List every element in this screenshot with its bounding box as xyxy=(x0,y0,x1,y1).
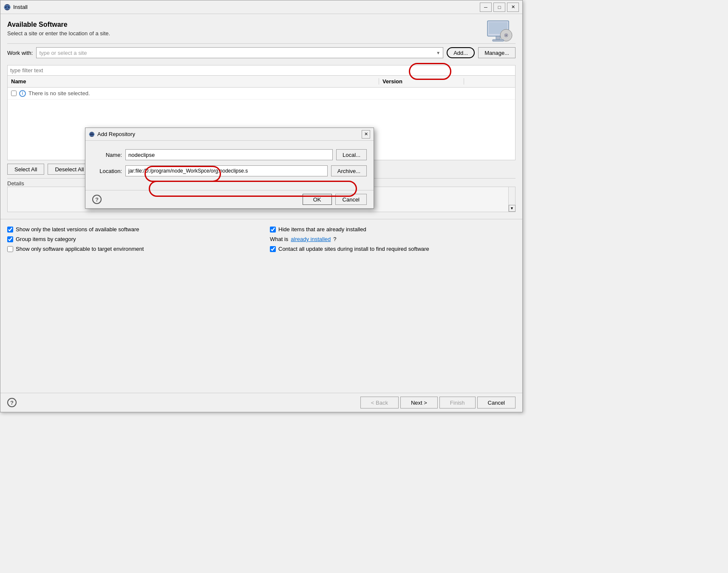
eclipse-icon xyxy=(4,4,11,11)
checkbox-show-latest[interactable] xyxy=(7,227,13,233)
option-already-installed: What is already installed ? xyxy=(270,236,516,242)
option-group-by-label: Group items by category xyxy=(16,236,76,242)
option-contact-update-label: Contact all update sites during install … xyxy=(278,246,429,252)
svg-rect-8 xyxy=(496,36,500,40)
close-button[interactable]: ✕ xyxy=(507,3,519,12)
work-with-row: Work with: type or select a site ▼ Add..… xyxy=(7,43,516,62)
dialog-bottom-bar: ? OK Cancel xyxy=(85,190,374,208)
option-show-applicable-label: Show only software applicable to target … xyxy=(16,246,144,252)
scroll-down-icon[interactable]: ▼ xyxy=(509,205,516,212)
option-hide-installed-label: Hide items that are already installed xyxy=(278,226,366,233)
finish-button[interactable]: Finish xyxy=(439,397,476,408)
dialog-name-input[interactable] xyxy=(125,149,333,160)
svg-point-10 xyxy=(89,132,94,137)
title-bar: Install ─ □ ✕ xyxy=(0,0,522,14)
manage-button[interactable]: Manage... xyxy=(478,47,516,58)
window-title: Install xyxy=(13,4,28,10)
option-show-latest: Show only the latest versions of availab… xyxy=(7,226,253,233)
dialog-close-button[interactable]: ✕ xyxy=(362,130,370,139)
chevron-down-icon: ▼ xyxy=(436,51,440,55)
dialog-location-label: Location: xyxy=(92,168,122,174)
maximize-button[interactable]: □ xyxy=(493,3,505,12)
dialog-location-input[interactable] xyxy=(125,165,328,176)
no-site-message: There is no site selected. xyxy=(28,90,90,96)
info-icon: i xyxy=(19,90,26,97)
svg-rect-9 xyxy=(493,40,504,41)
col-version-header: Version xyxy=(379,78,464,85)
combo-value: type or select a site xyxy=(39,50,87,56)
dialog-location-row: Location: Archive... xyxy=(92,165,367,176)
checkbox-hide-installed[interactable] xyxy=(270,227,276,233)
work-with-label: Work with: xyxy=(7,50,33,56)
option-hide-installed: Hide items that are already installed xyxy=(270,226,516,233)
add-repository-dialog: Add Repository ✕ Name: Local... Location… xyxy=(85,128,374,209)
computer-icon-area xyxy=(484,17,514,48)
dialog-title-bar: Add Repository ✕ xyxy=(85,128,374,141)
dialog-title: Add Repository xyxy=(97,131,135,137)
dialog-eclipse-icon xyxy=(89,131,95,137)
filter-input[interactable] xyxy=(7,65,516,75)
archive-button[interactable]: Archive... xyxy=(331,165,367,176)
dialog-content: Name: Local... Location: Archive... xyxy=(85,141,374,190)
svg-point-7 xyxy=(506,35,507,36)
question-mark-label: ? xyxy=(333,236,336,242)
select-all-button[interactable]: Select All xyxy=(7,164,44,175)
title-bar-left: Install xyxy=(4,4,28,11)
details-label: Details xyxy=(7,180,24,187)
cancel-button[interactable]: Cancel xyxy=(477,397,516,408)
dialog-cancel-button[interactable]: Cancel xyxy=(335,194,367,205)
minimize-button[interactable]: ─ xyxy=(480,3,492,12)
option-group-by-category: Group items by category xyxy=(7,236,253,242)
header-section: Available Software Select a site or ente… xyxy=(7,21,516,37)
computer-icon xyxy=(484,17,514,47)
checkbox-group-by-category[interactable] xyxy=(7,236,13,242)
table-header: Name Version xyxy=(8,76,515,88)
dialog-title-left: Add Repository xyxy=(89,131,135,137)
option-show-applicable: Show only software applicable to target … xyxy=(7,246,253,252)
row-checkbox[interactable] xyxy=(11,91,17,96)
dialog-name-label: Name: xyxy=(92,152,122,158)
local-button[interactable]: Local... xyxy=(336,149,367,160)
add-button[interactable]: Add... xyxy=(447,47,475,58)
svg-point-2 xyxy=(6,6,8,8)
table-row: i There is no site selected. xyxy=(8,88,515,99)
title-bar-controls: ─ □ ✕ xyxy=(480,3,519,12)
dialog-help-icon[interactable]: ? xyxy=(92,195,102,204)
back-button[interactable]: < Back xyxy=(360,397,399,408)
dialog-ok-button[interactable]: OK xyxy=(303,194,332,205)
option-show-latest-label: Show only the latest versions of availab… xyxy=(16,226,139,233)
nav-buttons-row: ? < Back Next > Finish Cancel xyxy=(0,393,522,412)
work-with-combo[interactable]: type or select a site ▼ xyxy=(36,47,443,58)
checkbox-show-applicable[interactable] xyxy=(7,246,13,252)
option-contact-update-sites: Contact all update sites during install … xyxy=(270,246,516,252)
already-installed-link[interactable]: already installed xyxy=(291,236,331,242)
what-is-label: What is xyxy=(270,236,288,242)
col-name-header: Name xyxy=(8,78,379,85)
dialog-name-row: Name: Local... xyxy=(92,149,367,160)
table-row-content: i There is no site selected. xyxy=(11,90,90,97)
options-grid: Show only the latest versions of availab… xyxy=(7,226,516,255)
help-icon[interactable]: ? xyxy=(7,398,17,407)
filter-row xyxy=(7,65,516,75)
next-button[interactable]: Next > xyxy=(400,397,438,408)
bottom-options: Show only the latest versions of availab… xyxy=(0,219,522,261)
page-title: Available Software xyxy=(7,21,110,28)
header-text: Available Software Select a site or ente… xyxy=(7,21,110,37)
scroll-bar: ▼ xyxy=(508,187,515,212)
page-subtitle: Select a site or enter the location of a… xyxy=(7,30,110,37)
checkbox-contact-update-sites[interactable] xyxy=(270,246,276,252)
